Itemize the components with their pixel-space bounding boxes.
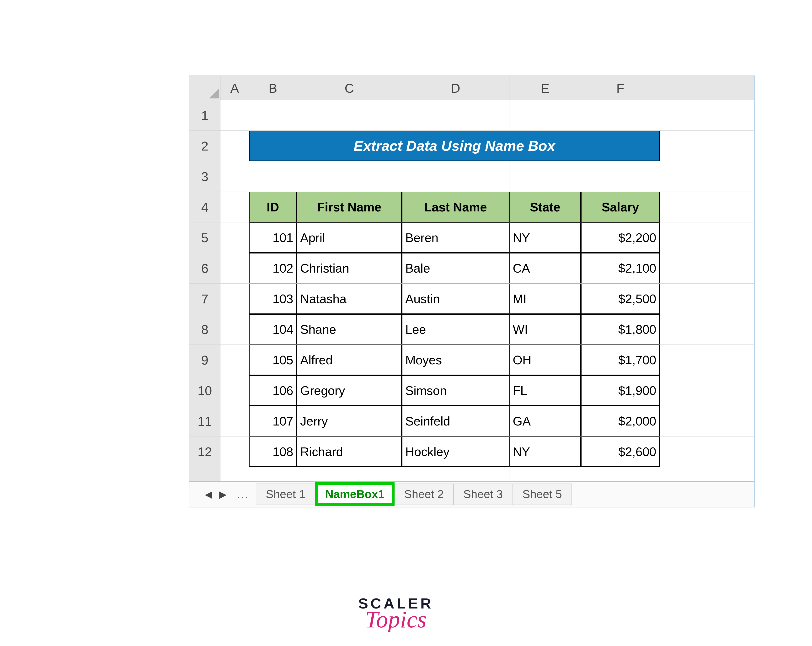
- cell-B6[interactable]: 102: [249, 253, 297, 283]
- cell-F12[interactable]: $2,600: [581, 437, 660, 467]
- column-header-C[interactable]: C: [297, 76, 402, 100]
- cell-B4[interactable]: ID: [249, 192, 297, 222]
- cell-B7[interactable]: 103: [249, 284, 297, 314]
- cell-A7[interactable]: [220, 284, 249, 314]
- cell-extra-10[interactable]: [660, 375, 696, 406]
- cell-extra-3[interactable]: [660, 161, 696, 192]
- cell-partial[interactable]: [660, 467, 696, 481]
- tab-nav-next-icon[interactable]: ▶: [216, 487, 230, 501]
- cell-A11[interactable]: [220, 406, 249, 436]
- cell-E8[interactable]: WI: [510, 314, 581, 345]
- cell-A5[interactable]: [220, 222, 249, 253]
- row-header-5[interactable]: 5: [189, 222, 220, 253]
- cell-extra-7[interactable]: [660, 284, 696, 314]
- tab-sheet-5[interactable]: Sheet 5: [513, 484, 572, 505]
- cell-extra-8[interactable]: [660, 314, 696, 345]
- cell-extra-2[interactable]: [660, 131, 696, 161]
- row-header-4[interactable]: 4: [189, 192, 220, 222]
- cell-E3[interactable]: [510, 161, 581, 192]
- tab-sheet-3[interactable]: Sheet 3: [453, 484, 513, 505]
- cell-E12[interactable]: NY: [510, 437, 581, 467]
- cell-D5[interactable]: Beren: [402, 222, 510, 253]
- cell-partial[interactable]: [402, 467, 510, 481]
- cell-F11[interactable]: $2,000: [581, 406, 660, 436]
- cell-F7[interactable]: $2,500: [581, 284, 660, 314]
- cell-F10[interactable]: $1,900: [581, 375, 660, 406]
- cell-B11[interactable]: 107: [249, 406, 297, 436]
- cell-extra-1[interactable]: [660, 100, 696, 130]
- cell-E1[interactable]: [510, 100, 581, 130]
- column-header-extra[interactable]: [660, 76, 696, 100]
- cell-C10[interactable]: Gregory: [297, 375, 402, 406]
- cell-extra-12[interactable]: [660, 437, 696, 467]
- cell-D6[interactable]: Bale: [402, 253, 510, 283]
- row-header-9[interactable]: 9: [189, 345, 220, 375]
- cell-C1[interactable]: [297, 100, 402, 130]
- cell-F9[interactable]: $1,700: [581, 345, 660, 375]
- select-all-corner[interactable]: [189, 76, 220, 100]
- cell-B10[interactable]: 106: [249, 375, 297, 406]
- banner-cell[interactable]: Extract Data Using Name Box: [249, 131, 660, 161]
- cell-partial[interactable]: [220, 467, 249, 481]
- cell-B9[interactable]: 105: [249, 345, 297, 375]
- row-header-8[interactable]: 8: [189, 314, 220, 345]
- column-header-D[interactable]: D: [402, 76, 510, 100]
- cell-D9[interactable]: Moyes: [402, 345, 510, 375]
- cell-F6[interactable]: $2,100: [581, 253, 660, 283]
- cell-partial[interactable]: [297, 467, 402, 481]
- row-header-2[interactable]: 2: [189, 131, 220, 161]
- cell-extra-5[interactable]: [660, 222, 696, 253]
- cell-D10[interactable]: Simson: [402, 375, 510, 406]
- tab-overflow-ellipsis[interactable]: ...: [230, 487, 256, 501]
- tab-nav-prev-icon[interactable]: ◀: [201, 487, 216, 501]
- cell-C11[interactable]: Jerry: [297, 406, 402, 436]
- row-header-6[interactable]: 6: [189, 253, 220, 283]
- cell-partial[interactable]: [581, 467, 660, 481]
- cell-B8[interactable]: 104: [249, 314, 297, 345]
- cell-A4[interactable]: [220, 192, 249, 222]
- row-header-10[interactable]: 10: [189, 375, 220, 406]
- cell-A2[interactable]: [220, 131, 249, 161]
- cell-partial[interactable]: [510, 467, 581, 481]
- cell-E4[interactable]: State: [510, 192, 581, 222]
- cell-D8[interactable]: Lee: [402, 314, 510, 345]
- row-header-3[interactable]: 3: [189, 161, 220, 192]
- cell-extra-4[interactable]: [660, 192, 696, 222]
- cell-A9[interactable]: [220, 345, 249, 375]
- cell-A12[interactable]: [220, 437, 249, 467]
- column-header-A[interactable]: A: [220, 76, 249, 100]
- cell-E6[interactable]: CA: [510, 253, 581, 283]
- cell-E7[interactable]: MI: [510, 284, 581, 314]
- tab-sheet-1[interactable]: Sheet 1: [256, 484, 315, 505]
- row-header-12[interactable]: 12: [189, 437, 220, 467]
- cell-D11[interactable]: Seinfeld: [402, 406, 510, 436]
- cell-F3[interactable]: [581, 161, 660, 192]
- cell-extra-6[interactable]: [660, 253, 696, 283]
- cell-extra-11[interactable]: [660, 406, 696, 436]
- cell-C8[interactable]: Shane: [297, 314, 402, 345]
- cell-F5[interactable]: $2,200: [581, 222, 660, 253]
- cell-C9[interactable]: Alfred: [297, 345, 402, 375]
- cell-F4[interactable]: Salary: [581, 192, 660, 222]
- cell-D7[interactable]: Austin: [402, 284, 510, 314]
- cell-C4[interactable]: First Name: [297, 192, 402, 222]
- cell-B3[interactable]: [249, 161, 297, 192]
- cell-E10[interactable]: FL: [510, 375, 581, 406]
- cell-A10[interactable]: [220, 375, 249, 406]
- cell-D12[interactable]: Hockley: [402, 437, 510, 467]
- tab-sheet-2[interactable]: Sheet 2: [395, 484, 453, 505]
- row-header-1[interactable]: 1: [189, 100, 220, 130]
- cell-C6[interactable]: Christian: [297, 253, 402, 283]
- cell-C3[interactable]: [297, 161, 402, 192]
- cell-A6[interactable]: [220, 253, 249, 283]
- cell-B12[interactable]: 108: [249, 437, 297, 467]
- cell-A8[interactable]: [220, 314, 249, 345]
- cell-extra-9[interactable]: [660, 345, 696, 375]
- cell-E9[interactable]: OH: [510, 345, 581, 375]
- column-header-F[interactable]: F: [581, 76, 660, 100]
- column-header-E[interactable]: E: [510, 76, 581, 100]
- cell-A3[interactable]: [220, 161, 249, 192]
- tab-namebox1[interactable]: NameBox1: [315, 483, 394, 506]
- row-header-11[interactable]: 11: [189, 406, 220, 436]
- cell-partial[interactable]: [249, 467, 297, 481]
